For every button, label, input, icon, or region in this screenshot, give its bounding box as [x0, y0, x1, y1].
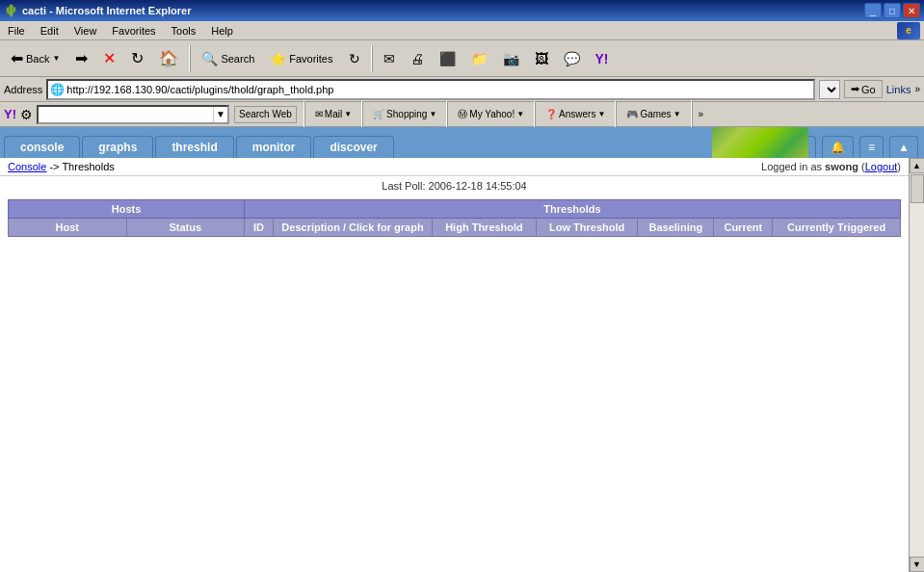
address-input-wrapper: 🌐: [46, 79, 815, 100]
shopping-dropdown-icon: ▼: [429, 110, 436, 118]
menu-favorites[interactable]: Favorites: [104, 21, 163, 39]
app-icon: 🌵: [4, 4, 18, 17]
ie-logo: e: [897, 22, 920, 39]
yahoo-dropdown-icon[interactable]: ▼: [214, 109, 227, 119]
tab-icon2[interactable]: ≡: [859, 136, 884, 158]
games-dropdown-icon: ▼: [673, 110, 681, 118]
tab-graphs[interactable]: graphs: [82, 136, 153, 158]
home-button[interactable]: 🏠: [152, 43, 185, 74]
menu-bar: File Edit View Favorites Tools Help e: [0, 21, 924, 40]
yahoo-answers-btn[interactable]: ❓ Answers ▼: [541, 108, 609, 120]
col-id: ID: [245, 219, 274, 237]
col-description: Description / Click for graph: [274, 219, 433, 237]
games-icon: 🎮: [626, 109, 638, 119]
forward-button[interactable]: ➡: [68, 43, 94, 74]
folder-button[interactable]: 📁: [464, 43, 494, 74]
col-current: Current: [714, 219, 773, 237]
col-host: Host: [9, 219, 127, 237]
maximize-button[interactable]: □: [884, 3, 901, 18]
chat-button[interactable]: 💬: [557, 43, 587, 74]
film-button[interactable]: 📷: [496, 43, 526, 74]
menu-tools[interactable]: Tools: [164, 21, 204, 39]
logout-link[interactable]: Logout: [865, 161, 898, 172]
nav-tabs: console graphs threshld monitor discover…: [0, 127, 924, 158]
forward-icon: ➡: [75, 49, 88, 67]
menu-file[interactable]: File: [0, 21, 33, 39]
refresh-button[interactable]: ↻: [124, 43, 150, 74]
print-button[interactable]: 🖨: [404, 43, 431, 74]
refresh-icon: ↻: [131, 49, 144, 67]
nav-icon3: ▲: [898, 141, 910, 154]
yahoo-sep: [304, 101, 305, 128]
mail-button[interactable]: ✉: [377, 43, 402, 74]
photo-icon: 🖼: [535, 51, 548, 66]
scroll-up-button[interactable]: ▲: [910, 158, 925, 173]
tab-threshld[interactable]: threshld: [155, 136, 233, 158]
title-bar: 🌵 cacti - Microsoft Internet Explorer _ …: [0, 0, 924, 21]
my-dropdown-icon: ▼: [516, 110, 524, 118]
scroll-down-button[interactable]: ▼: [910, 557, 925, 572]
tab-console[interactable]: console: [4, 136, 80, 158]
yahoo-toolbar: Y! ⚙ ▼ Search Web ✉ Mail ▼ 🛒 Shopping ▼ …: [0, 102, 924, 127]
yahoo-sep4: [534, 101, 536, 128]
scroll-track[interactable]: [910, 173, 925, 557]
address-label: Address: [4, 84, 42, 95]
media-button[interactable]: ↻: [342, 43, 367, 74]
breadcrumb-current: Thresholds: [62, 161, 114, 172]
scroll-thumb[interactable]: [911, 174, 924, 203]
stop2-button[interactable]: ⬛: [433, 43, 462, 74]
close-button[interactable]: ✕: [903, 3, 920, 18]
username: swong: [825, 161, 858, 172]
address-input[interactable]: [66, 84, 811, 95]
yahoo-icon-btn[interactable]: ⚙: [20, 107, 33, 122]
col-low-threshold: Low Threshold: [537, 219, 638, 237]
yahoo-more-icon[interactable]: »: [699, 109, 704, 119]
address-bar: Address 🌐 ➡ Go Links »: [0, 77, 924, 102]
links-label[interactable]: Links: [886, 84, 911, 95]
photo-button[interactable]: 🖼: [528, 43, 555, 74]
minimize-button[interactable]: _: [864, 3, 882, 18]
yahoo-search-input[interactable]: [39, 109, 213, 120]
search-button[interactable]: 🔍 Search: [195, 43, 261, 74]
col-baselining: Baselining: [638, 219, 714, 237]
search-icon: 🔍: [201, 51, 218, 66]
window-controls: _ □ ✕: [864, 3, 920, 18]
stop-button[interactable]: ✕: [96, 43, 122, 74]
logged-in-text: Logged in as: [761, 161, 822, 172]
logged-in-bar: Logged in as swong (Logout): [761, 161, 901, 172]
col-triggered: Currently Triggered: [773, 219, 901, 237]
separator-2: [371, 45, 373, 72]
back-dropdown-icon: ▼: [52, 54, 60, 63]
menu-help[interactable]: Help: [203, 21, 241, 39]
yahoo-search-wrapper: ▼: [37, 105, 229, 124]
col-status: Status: [126, 219, 245, 237]
tab-discover[interactable]: discover: [313, 136, 393, 158]
yahoo-my-btn[interactable]: Ⓜ My Yahoo! ▼: [454, 107, 528, 122]
main-table-area: Hosts Thresholds Host Status ID Descript…: [0, 195, 909, 241]
poll-label: Last Poll: 2006-12-18 14:55:04: [382, 180, 526, 192]
tab-icon1[interactable]: 🔔: [822, 136, 854, 158]
address-dropdown[interactable]: [819, 80, 840, 99]
mail-dropdown-icon: ▼: [344, 110, 352, 118]
yahoo-games-btn[interactable]: 🎮 Games ▼: [622, 108, 684, 120]
breadcrumb-home-link[interactable]: Console: [8, 161, 46, 172]
go-button[interactable]: ➡ Go: [844, 80, 883, 98]
tab-monitor[interactable]: monitor: [236, 136, 312, 158]
chat-icon: 💬: [564, 51, 580, 66]
window-title: cacti - Microsoft Internet Explorer: [22, 5, 864, 16]
folder-icon: 📁: [471, 51, 488, 66]
menu-view[interactable]: View: [66, 21, 105, 39]
yahoo-logo: Y!: [4, 107, 16, 121]
yahoo-mail-btn[interactable]: ✉ Mail ▼: [311, 108, 356, 120]
links-arrow-icon: »: [914, 84, 920, 94]
yahoo-btn[interactable]: Y!: [589, 43, 616, 74]
media-icon: ↻: [349, 51, 360, 66]
tab-icon3[interactable]: ▲: [889, 136, 918, 158]
yahoo-shopping-btn[interactable]: 🛒 Shopping ▼: [369, 108, 440, 120]
menu-edit[interactable]: Edit: [33, 21, 66, 39]
back-button[interactable]: ⬅ Back ▼: [4, 43, 66, 74]
nav-icon1: 🔔: [831, 141, 845, 154]
col-high-threshold: High Threshold: [433, 219, 537, 237]
favorites-button[interactable]: ⭐ Favorites: [263, 43, 339, 74]
yahoo-search-button[interactable]: Search Web: [234, 106, 297, 123]
